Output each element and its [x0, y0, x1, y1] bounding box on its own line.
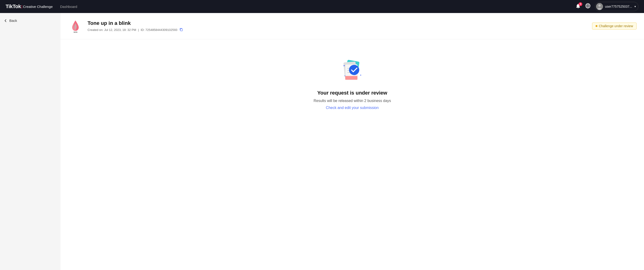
notification-button[interactable]: 0	[575, 3, 581, 10]
sidebar: Back	[0, 13, 60, 270]
back-button[interactable]: Back	[4, 18, 57, 22]
svg-rect-10	[180, 29, 182, 31]
back-arrow-icon	[4, 19, 8, 22]
copy-icon[interactable]	[179, 28, 183, 32]
challenge-created: Created on: Jul 12, 2023, 18: 32 PM	[88, 28, 136, 32]
status-label: Challenge under review	[599, 24, 633, 28]
review-title: Your request is under review	[317, 90, 387, 96]
check-submission-link[interactable]: Check and edit your submission	[326, 106, 379, 110]
challenge-logo: SKIN	[68, 18, 83, 33]
challenge-id: ID: 7254858444309102593	[141, 28, 178, 32]
dashboard-nav[interactable]: Dashboard	[60, 5, 77, 8]
review-subtitle: Results will be released within 2 busine…	[314, 99, 391, 103]
svg-rect-17	[345, 76, 358, 80]
logo-colon: :	[21, 3, 22, 9]
app-header: TikTok: Creative Challenge Dashboard 0	[0, 0, 644, 13]
status-badge: Challenge under review	[592, 22, 636, 29]
challenge-info: Tone up in a blink Created on: Jul 12, 2…	[88, 20, 588, 32]
main-content: SKIN Tone up in a blink Created on: Jul …	[60, 13, 644, 270]
status-dot	[596, 25, 598, 27]
page-layout: Back SKIN Tone up in	[0, 0, 644, 270]
svg-text:✦: ✦	[360, 74, 362, 76]
challenge-header: SKIN Tone up in a blink Created on: Jul …	[60, 13, 644, 39]
svg-text:SKIN: SKIN	[74, 31, 78, 33]
svg-point-18	[349, 65, 359, 75]
header-right: 0 user7757525037... ▾	[575, 2, 638, 11]
back-label: Back	[9, 18, 17, 22]
logo-tiktok: TikTok:	[6, 3, 22, 9]
review-section: ✦ ✦ ✦ Your request is under review Resul…	[60, 39, 644, 129]
chevron-down-icon: ▾	[634, 5, 636, 8]
user-avatar	[596, 3, 603, 10]
meta-separator: |	[138, 28, 139, 32]
language-button[interactable]	[585, 3, 591, 10]
review-illustration: ✦ ✦ ✦	[338, 58, 366, 83]
challenge-title: Tone up in a blink	[88, 20, 588, 26]
svg-text:✦: ✦	[344, 75, 346, 77]
logo: TikTok: Creative Challenge	[6, 3, 52, 9]
svg-text:✦: ✦	[343, 64, 345, 67]
user-menu[interactable]: user7757525037... ▾	[595, 2, 638, 11]
notification-badge: 0	[578, 2, 582, 6]
challenge-meta: Created on: Jul 12, 2023, 18: 32 PM | ID…	[88, 28, 588, 32]
svg-point-6	[598, 4, 601, 7]
user-name: user7757525037...	[605, 5, 632, 8]
logo-subtitle: Creative Challenge	[23, 5, 53, 8]
